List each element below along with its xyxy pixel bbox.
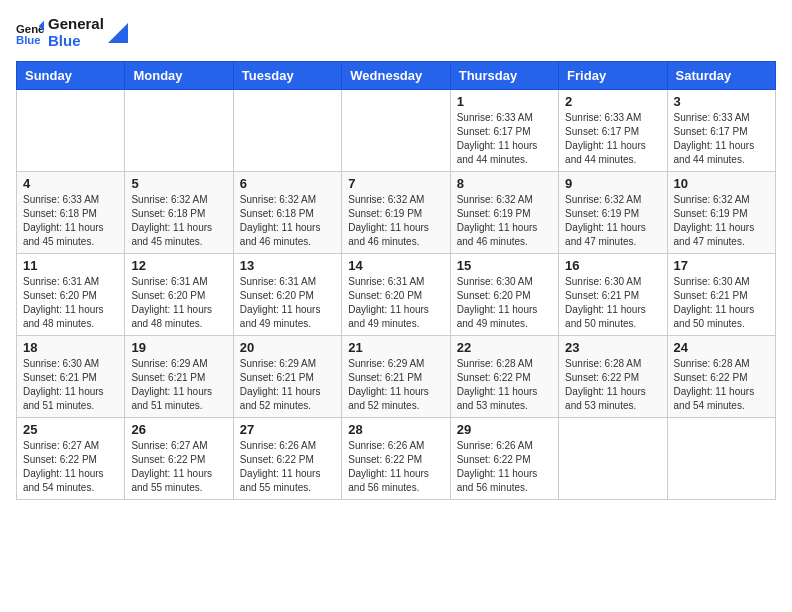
day-number: 14	[348, 258, 443, 273]
day-number: 19	[131, 340, 226, 355]
day-number: 12	[131, 258, 226, 273]
calendar-cell: 24Sunrise: 6:28 AMSunset: 6:22 PMDayligh…	[667, 336, 775, 418]
day-number: 24	[674, 340, 769, 355]
calendar-cell: 6Sunrise: 6:32 AMSunset: 6:18 PMDaylight…	[233, 172, 341, 254]
calendar-cell: 14Sunrise: 6:31 AMSunset: 6:20 PMDayligh…	[342, 254, 450, 336]
calendar-cell: 20Sunrise: 6:29 AMSunset: 6:21 PMDayligh…	[233, 336, 341, 418]
day-number: 9	[565, 176, 660, 191]
day-number: 5	[131, 176, 226, 191]
day-info: Sunrise: 6:32 AMSunset: 6:19 PMDaylight:…	[565, 193, 660, 249]
calendar-cell: 10Sunrise: 6:32 AMSunset: 6:19 PMDayligh…	[667, 172, 775, 254]
day-number: 6	[240, 176, 335, 191]
day-info: Sunrise: 6:26 AMSunset: 6:22 PMDaylight:…	[348, 439, 443, 495]
header-saturday: Saturday	[667, 62, 775, 90]
day-number: 18	[23, 340, 118, 355]
day-number: 25	[23, 422, 118, 437]
day-info: Sunrise: 6:28 AMSunset: 6:22 PMDaylight:…	[565, 357, 660, 413]
calendar-cell: 11Sunrise: 6:31 AMSunset: 6:20 PMDayligh…	[17, 254, 125, 336]
day-info: Sunrise: 6:31 AMSunset: 6:20 PMDaylight:…	[23, 275, 118, 331]
day-number: 8	[457, 176, 552, 191]
calendar-cell: 13Sunrise: 6:31 AMSunset: 6:20 PMDayligh…	[233, 254, 341, 336]
header-friday: Friday	[559, 62, 667, 90]
logo-general: General	[48, 16, 104, 33]
calendar-cell: 27Sunrise: 6:26 AMSunset: 6:22 PMDayligh…	[233, 418, 341, 500]
page-header: General Blue General Blue	[16, 16, 776, 49]
week-row-2: 4Sunrise: 6:33 AMSunset: 6:18 PMDaylight…	[17, 172, 776, 254]
day-info: Sunrise: 6:26 AMSunset: 6:22 PMDaylight:…	[240, 439, 335, 495]
day-info: Sunrise: 6:31 AMSunset: 6:20 PMDaylight:…	[348, 275, 443, 331]
day-number: 11	[23, 258, 118, 273]
day-number: 26	[131, 422, 226, 437]
day-info: Sunrise: 6:32 AMSunset: 6:18 PMDaylight:…	[240, 193, 335, 249]
calendar-cell: 17Sunrise: 6:30 AMSunset: 6:21 PMDayligh…	[667, 254, 775, 336]
header-sunday: Sunday	[17, 62, 125, 90]
calendar-cell: 18Sunrise: 6:30 AMSunset: 6:21 PMDayligh…	[17, 336, 125, 418]
calendar-cell: 15Sunrise: 6:30 AMSunset: 6:20 PMDayligh…	[450, 254, 558, 336]
calendar-header: SundayMondayTuesdayWednesdayThursdayFrid…	[17, 62, 776, 90]
day-number: 13	[240, 258, 335, 273]
calendar-table: SundayMondayTuesdayWednesdayThursdayFrid…	[16, 61, 776, 500]
day-info: Sunrise: 6:33 AMSunset: 6:17 PMDaylight:…	[457, 111, 552, 167]
day-number: 15	[457, 258, 552, 273]
header-monday: Monday	[125, 62, 233, 90]
week-row-3: 11Sunrise: 6:31 AMSunset: 6:20 PMDayligh…	[17, 254, 776, 336]
calendar-cell: 28Sunrise: 6:26 AMSunset: 6:22 PMDayligh…	[342, 418, 450, 500]
day-info: Sunrise: 6:30 AMSunset: 6:21 PMDaylight:…	[23, 357, 118, 413]
calendar-cell: 26Sunrise: 6:27 AMSunset: 6:22 PMDayligh…	[125, 418, 233, 500]
calendar-cell: 29Sunrise: 6:26 AMSunset: 6:22 PMDayligh…	[450, 418, 558, 500]
header-row: SundayMondayTuesdayWednesdayThursdayFrid…	[17, 62, 776, 90]
day-info: Sunrise: 6:29 AMSunset: 6:21 PMDaylight:…	[240, 357, 335, 413]
calendar-cell: 4Sunrise: 6:33 AMSunset: 6:18 PMDaylight…	[17, 172, 125, 254]
day-info: Sunrise: 6:31 AMSunset: 6:20 PMDaylight:…	[131, 275, 226, 331]
day-number: 3	[674, 94, 769, 109]
calendar-cell: 1Sunrise: 6:33 AMSunset: 6:17 PMDaylight…	[450, 90, 558, 172]
day-number: 21	[348, 340, 443, 355]
day-number: 1	[457, 94, 552, 109]
day-info: Sunrise: 6:29 AMSunset: 6:21 PMDaylight:…	[131, 357, 226, 413]
calendar-cell: 16Sunrise: 6:30 AMSunset: 6:21 PMDayligh…	[559, 254, 667, 336]
calendar-cell: 19Sunrise: 6:29 AMSunset: 6:21 PMDayligh…	[125, 336, 233, 418]
day-info: Sunrise: 6:29 AMSunset: 6:21 PMDaylight:…	[348, 357, 443, 413]
week-row-5: 25Sunrise: 6:27 AMSunset: 6:22 PMDayligh…	[17, 418, 776, 500]
day-info: Sunrise: 6:32 AMSunset: 6:19 PMDaylight:…	[674, 193, 769, 249]
header-wednesday: Wednesday	[342, 62, 450, 90]
calendar-cell: 21Sunrise: 6:29 AMSunset: 6:21 PMDayligh…	[342, 336, 450, 418]
day-info: Sunrise: 6:30 AMSunset: 6:20 PMDaylight:…	[457, 275, 552, 331]
day-number: 22	[457, 340, 552, 355]
day-number: 29	[457, 422, 552, 437]
calendar-cell: 22Sunrise: 6:28 AMSunset: 6:22 PMDayligh…	[450, 336, 558, 418]
day-number: 2	[565, 94, 660, 109]
day-info: Sunrise: 6:32 AMSunset: 6:19 PMDaylight:…	[457, 193, 552, 249]
day-info: Sunrise: 6:33 AMSunset: 6:18 PMDaylight:…	[23, 193, 118, 249]
day-info: Sunrise: 6:32 AMSunset: 6:18 PMDaylight:…	[131, 193, 226, 249]
svg-marker-3	[108, 23, 128, 43]
day-number: 16	[565, 258, 660, 273]
week-row-4: 18Sunrise: 6:30 AMSunset: 6:21 PMDayligh…	[17, 336, 776, 418]
logo: General Blue General Blue	[16, 16, 128, 49]
day-info: Sunrise: 6:30 AMSunset: 6:21 PMDaylight:…	[674, 275, 769, 331]
day-info: Sunrise: 6:27 AMSunset: 6:22 PMDaylight:…	[23, 439, 118, 495]
calendar-cell: 2Sunrise: 6:33 AMSunset: 6:17 PMDaylight…	[559, 90, 667, 172]
calendar-cell: 5Sunrise: 6:32 AMSunset: 6:18 PMDaylight…	[125, 172, 233, 254]
calendar-cell: 8Sunrise: 6:32 AMSunset: 6:19 PMDaylight…	[450, 172, 558, 254]
day-info: Sunrise: 6:31 AMSunset: 6:20 PMDaylight:…	[240, 275, 335, 331]
logo-icon: General Blue	[16, 19, 44, 47]
day-info: Sunrise: 6:32 AMSunset: 6:19 PMDaylight:…	[348, 193, 443, 249]
day-info: Sunrise: 6:28 AMSunset: 6:22 PMDaylight:…	[674, 357, 769, 413]
day-info: Sunrise: 6:30 AMSunset: 6:21 PMDaylight:…	[565, 275, 660, 331]
day-info: Sunrise: 6:33 AMSunset: 6:17 PMDaylight:…	[565, 111, 660, 167]
day-number: 27	[240, 422, 335, 437]
calendar-cell	[17, 90, 125, 172]
calendar-cell	[667, 418, 775, 500]
calendar-cell: 9Sunrise: 6:32 AMSunset: 6:19 PMDaylight…	[559, 172, 667, 254]
calendar-cell: 23Sunrise: 6:28 AMSunset: 6:22 PMDayligh…	[559, 336, 667, 418]
calendar-cell	[342, 90, 450, 172]
day-number: 4	[23, 176, 118, 191]
header-thursday: Thursday	[450, 62, 558, 90]
calendar-cell: 3Sunrise: 6:33 AMSunset: 6:17 PMDaylight…	[667, 90, 775, 172]
day-number: 28	[348, 422, 443, 437]
day-number: 17	[674, 258, 769, 273]
calendar-cell: 7Sunrise: 6:32 AMSunset: 6:19 PMDaylight…	[342, 172, 450, 254]
header-tuesday: Tuesday	[233, 62, 341, 90]
calendar-cell: 12Sunrise: 6:31 AMSunset: 6:20 PMDayligh…	[125, 254, 233, 336]
